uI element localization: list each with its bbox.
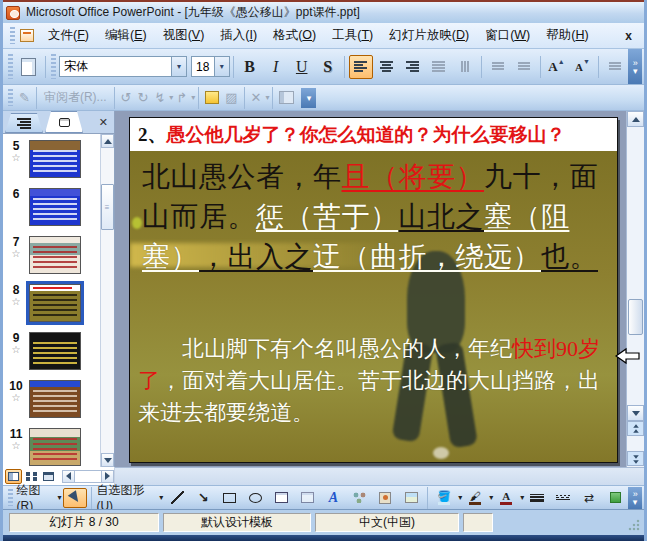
translation-paragraph[interactable]: 北山脚下有个名叫愚公的人，年纪快到90岁了，面对着大山居住。苦于北边的大山挡路，… [138,333,610,429]
slide-thumbnail-image[interactable] [29,380,81,418]
classical-text-paragraph[interactable]: 北山愚公者，年且（将要）九十，面山而居。惩（苦于）山北之塞（阻塞），出入之迂（曲… [142,157,608,276]
rectangle-tool-button[interactable] [217,488,241,508]
numbered-list-button[interactable] [486,55,510,79]
select-objects-button[interactable] [63,488,87,508]
slide-thumbnail-image[interactable] [29,284,81,322]
slide-thumbnail-5[interactable]: 5☆ [3,138,100,186]
slide-thumbnail-9[interactable]: 9☆ [3,330,100,378]
toolbar-grip[interactable] [8,89,13,107]
shadow-style-button[interactable] [603,488,627,508]
panel-scrollbar[interactable]: ≡ [100,134,114,467]
delete-comment-icon[interactable]: ✕ [251,90,262,105]
scrollbar-thumb[interactable]: ≡ [101,184,114,230]
slide-thumbnail-7[interactable]: 7☆ [3,234,100,282]
dropdown-icon[interactable]: ▾ [458,493,462,502]
fill-color-button[interactable]: 🪣 [432,488,456,508]
scroll-up-button[interactable] [627,111,644,127]
toolbar-options-button[interactable]: ▾ [301,88,316,108]
scroll-right-button[interactable] [101,470,114,483]
slide-thumbnail-image[interactable] [29,140,81,178]
arrow-style-button[interactable]: ⇄ [577,488,601,508]
close-panel-button[interactable]: ✕ [99,116,114,133]
slide-thumbnail-11[interactable]: 11☆ [3,426,100,467]
dropdown-icon[interactable]: ▾ [265,93,269,102]
text-shadow-button[interactable]: S [316,55,340,79]
wordart-button[interactable]: A [321,488,345,508]
design-template-status[interactable]: 默认设计模板 [163,513,311,532]
language-status[interactable]: 中文(中国) [315,513,459,532]
vertical-textbox-button[interactable] [295,488,319,508]
underline-button[interactable]: U [290,55,314,79]
slide-thumbnail-10[interactable]: 10☆ [3,378,100,426]
slide-scrollbar[interactable] [626,111,644,467]
scrollbar-thumb[interactable] [628,299,643,335]
toolbar-grip[interactable] [8,54,13,79]
toolbar-grip[interactable] [51,54,56,79]
dropdown-icon[interactable]: ▾ [191,93,195,102]
previous-slide-button[interactable] [627,421,644,436]
arrow-tool-button[interactable]: ↘ [191,488,215,508]
clipart-button[interactable] [373,488,397,508]
dash-style-button[interactable] [551,488,575,508]
edit-pen-icon[interactable]: ✎ [19,90,30,105]
title-bar[interactable]: Microsoft Office PowerPoint - [九年级《愚公移山》… [0,2,647,23]
menu-help[interactable]: 帮助(H) [538,24,596,47]
current-slide[interactable]: 2、愚公他几岁了？你怎么知道的？为什么要移山？ 北山愚公者，年且（将要）九十，面… [129,117,618,463]
unapply-change-icon[interactable]: ↱ [176,90,187,105]
align-right-button[interactable] [401,55,425,79]
close-document-button[interactable]: x [617,29,640,43]
font-name-combo[interactable]: 宋体 ▾ [59,56,187,77]
menu-insert[interactable]: 插入(I) [212,24,265,47]
toolbar-grip[interactable] [10,27,15,45]
menu-tools[interactable]: 工具(T) [324,24,381,47]
bullet-list-button[interactable] [512,55,536,79]
resize-grip[interactable] [628,519,640,531]
slide-thumbnail-6[interactable]: 6 [3,186,100,234]
line-tool-button[interactable] [165,488,189,508]
scroll-left-button[interactable] [62,470,75,483]
menu-file[interactable]: 文件(F) [40,24,97,47]
next-item-icon[interactable]: ↻ [137,90,148,105]
dropdown-icon[interactable]: ▾ [214,57,229,76]
distribute-text-button[interactable] [427,55,451,79]
insert-picture-button[interactable] [399,488,423,508]
slide-edit-region[interactable]: 2、愚公他几岁了？你怎么知道的？为什么要移山？ 北山愚公者，年且（将要）九十，面… [115,111,626,467]
decrease-font-size-button[interactable]: A▼ [570,55,594,79]
toolbar-grip[interactable] [8,489,13,505]
previous-item-icon[interactable]: ↺ [121,90,132,105]
slide-question-title[interactable]: 2、愚公他几岁了？你怎么知道的？为什么要移山？ [130,118,617,151]
menu-window[interactable]: 窗口(W) [477,24,538,47]
draw-menu-button[interactable]: 绘图(R) ▾ [17,488,62,508]
dropdown-icon[interactable]: ▾ [171,57,186,76]
increase-font-size-button[interactable]: A▲ [544,55,568,79]
align-left-button[interactable] [349,55,373,79]
new-slide-button[interactable] [17,55,41,79]
slide-hscrollbar-track[interactable] [115,467,644,485]
tab-outline[interactable] [5,113,43,133]
slide-thumbnail-image[interactable] [29,428,81,466]
dropdown-icon[interactable]: ▾ [489,493,493,502]
menu-edit[interactable]: 编辑(E) [97,24,155,47]
toolbar-options-button[interactable]: »▾ [628,49,642,84]
next-slide-button[interactable] [627,451,644,466]
scroll-down-button[interactable] [101,453,114,467]
line-style-button[interactable] [525,488,549,508]
toolbar-options-button[interactable]: »▾ [628,487,642,509]
italic-button[interactable]: I [264,55,288,79]
reviewers-button[interactable]: 审阅者(R)... [44,89,107,106]
line-color-button[interactable]: 🖌 [463,488,487,508]
tab-slides[interactable] [45,111,83,133]
scroll-down-button[interactable] [627,405,644,421]
slide-thumbnail-image[interactable] [29,236,81,274]
insert-comment-icon[interactable] [205,91,219,104]
dropdown-icon[interactable]: ▾ [520,493,524,502]
menu-view[interactable]: 视图(V) [155,24,213,47]
menu-slideshow[interactable]: 幻灯片放映(D) [381,24,477,47]
textbox-tool-button[interactable] [269,488,293,508]
font-size-combo[interactable]: 18 ▾ [191,56,230,77]
align-center-button[interactable] [375,55,399,79]
diagram-button[interactable] [347,488,371,508]
autoshapes-menu-button[interactable]: 自选图形(U) ▾ [96,488,163,508]
dropdown-icon[interactable]: ▾ [169,93,173,102]
decrease-indent-button[interactable] [603,55,627,79]
